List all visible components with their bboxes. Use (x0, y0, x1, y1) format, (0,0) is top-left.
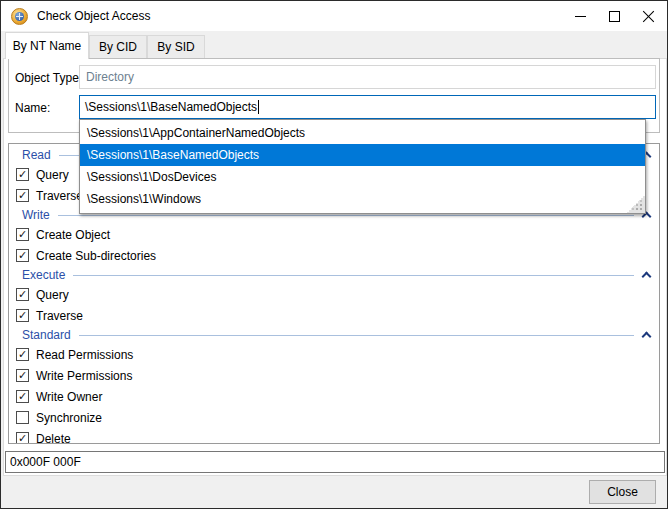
dropdown-item[interactable]: \Sessions\1\DosDevices (80, 166, 645, 188)
close-icon (642, 10, 655, 23)
dropdown-item[interactable]: \Sessions\1\Windows (80, 188, 645, 210)
checkbox[interactable]: ✓ (16, 249, 29, 262)
checkbox-row-write-permissions[interactable]: ✓ Write Permissions (9, 365, 659, 386)
tab-label: By CID (99, 40, 137, 54)
access-mask-field[interactable]: 0x000F 000F (5, 451, 665, 473)
checkbox-label: Create Object (36, 228, 110, 242)
checkbox-row-execute-traverse[interactable]: ✓ Traverse (9, 305, 659, 326)
close-window-button[interactable] (631, 1, 665, 31)
checkbox[interactable]: ✓ (16, 168, 29, 181)
section-header-execute: Execute (9, 266, 659, 284)
checkmark-icon: ✓ (18, 169, 27, 180)
dropdown-item-selected[interactable]: \Sessions\1\BaseNamedObjects (80, 144, 645, 166)
app-icon-globe (15, 12, 24, 21)
object-type-field: Directory (79, 65, 656, 89)
checkmark-icon: ✓ (18, 349, 27, 360)
checkbox[interactable]: ✓ (16, 432, 29, 444)
section-title: Write (22, 208, 50, 222)
name-input[interactable]: \Sessions\1\BaseNamedObjects (79, 95, 656, 119)
collapse-chevron-icon[interactable] (642, 332, 652, 342)
checkbox-label: Synchronize (36, 411, 102, 425)
checkbox[interactable]: ✓ (16, 228, 29, 241)
checkmark-icon: ✓ (18, 289, 27, 300)
title-bar: Check Object Access (1, 1, 667, 31)
section-title: Standard (22, 328, 71, 342)
checkmark-icon: ✓ (18, 370, 27, 381)
checkbox-row-execute-query[interactable]: ✓ Query (9, 284, 659, 305)
window-title: Check Object Access (37, 9, 150, 23)
tab-label: By SID (157, 40, 194, 54)
check-object-access-dialog: Check Object Access By NT Name By CID By… (0, 0, 668, 509)
checkbox[interactable] (16, 411, 29, 424)
tab-by-cid[interactable]: By CID (89, 35, 147, 59)
dropdown-item[interactable]: \Sessions\1\AppContainerNamedObjects (80, 122, 645, 144)
checkbox-row-read-permissions[interactable]: ✓ Read Permissions (9, 344, 659, 365)
checkbox-label: Create Sub-directories (36, 249, 156, 263)
close-button[interactable]: Close (589, 480, 656, 504)
section-title: Read (22, 148, 51, 162)
maximize-button[interactable] (597, 1, 631, 31)
checkbox-label: Delete (36, 432, 71, 445)
name-value: \Sessions\1\BaseNamedObjects (85, 100, 257, 114)
minimize-icon (575, 16, 586, 17)
section-divider (58, 215, 634, 216)
section-divider (79, 335, 634, 336)
checkbox[interactable]: ✓ (16, 288, 29, 301)
window-controls (563, 1, 665, 31)
tab-label: By NT Name (13, 39, 81, 53)
tab-by-nt-name[interactable]: By NT Name (5, 32, 89, 59)
checkmark-icon: ✓ (18, 229, 27, 240)
checkmark-icon: ✓ (18, 250, 27, 261)
resize-grip[interactable] (627, 195, 645, 213)
checkmark-icon: ✓ (18, 433, 27, 444)
checkbox-label: Read Permissions (36, 348, 133, 362)
checkmark-icon: ✓ (18, 190, 27, 201)
section-divider (73, 275, 634, 276)
object-type-label: Object Type: (15, 71, 82, 85)
checkbox[interactable]: ✓ (16, 189, 29, 202)
name-autocomplete-dropdown: \Sessions\1\AppContainerNamedObjects \Se… (79, 119, 646, 214)
collapse-chevron-icon[interactable] (642, 272, 652, 282)
checkmark-icon: ✓ (18, 310, 27, 321)
checkbox[interactable]: ✓ (16, 390, 29, 403)
tab-strip: By NT Name By CID By SID (1, 31, 667, 58)
checkbox-label: Query (36, 288, 69, 302)
checkbox-row-create-subdirectories[interactable]: ✓ Create Sub-directories (9, 245, 659, 266)
app-icon (11, 8, 28, 25)
checkbox-label: Query (36, 168, 69, 182)
checkbox-row-create-object[interactable]: ✓ Create Object (9, 224, 659, 245)
checkbox-label: Write Owner (36, 390, 102, 404)
object-type-value: Directory (86, 70, 134, 84)
checkbox-row-synchronize[interactable]: Synchronize (9, 407, 659, 428)
checkmark-icon: ✓ (18, 391, 27, 402)
checkbox[interactable]: ✓ (16, 309, 29, 322)
checkbox[interactable]: ✓ (16, 348, 29, 361)
section-title: Execute (22, 268, 65, 282)
maximize-icon (609, 11, 620, 22)
close-button-label: Close (607, 485, 638, 499)
checkbox[interactable]: ✓ (16, 369, 29, 382)
checkbox-row-write-owner[interactable]: ✓ Write Owner (9, 386, 659, 407)
tab-by-sid[interactable]: By SID (147, 35, 205, 59)
checkbox-label: Traverse (36, 189, 83, 203)
minimize-button[interactable] (563, 1, 597, 31)
name-label: Name: (15, 101, 50, 115)
section-header-standard: Standard (9, 326, 659, 344)
checkbox-label: Write Permissions (36, 369, 132, 383)
text-caret (258, 100, 259, 114)
checkbox-label: Traverse (36, 309, 83, 323)
checkbox-row-delete[interactable]: ✓ Delete (9, 428, 659, 444)
